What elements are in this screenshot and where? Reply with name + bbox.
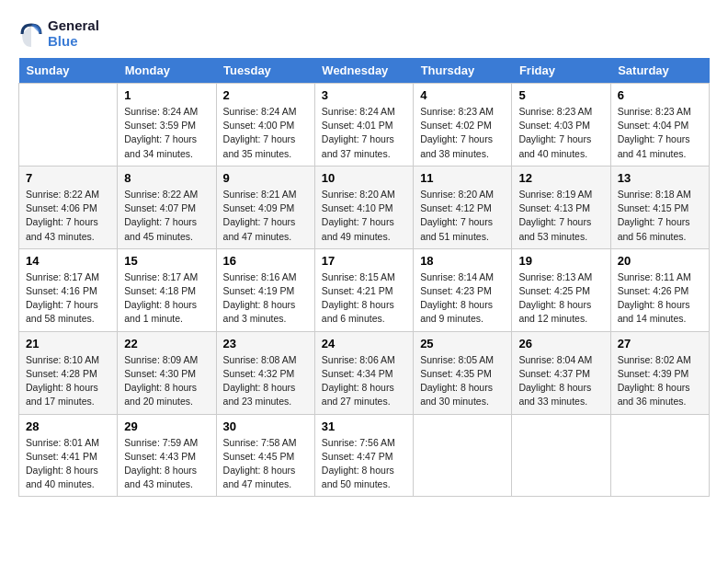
day-info: Sunrise: 8:24 AMSunset: 4:01 PMDaylight:… bbox=[322, 105, 406, 161]
calendar-cell: 19Sunrise: 8:13 AMSunset: 4:25 PMDayligh… bbox=[512, 248, 610, 331]
header-saturday: Saturday bbox=[610, 58, 709, 84]
calendar-cell: 5Sunrise: 8:23 AMSunset: 4:03 PMDaylight… bbox=[512, 84, 610, 167]
day-info: Sunrise: 8:11 AMSunset: 4:26 PMDaylight:… bbox=[618, 270, 702, 327]
day-info: Sunrise: 8:21 AMSunset: 4:09 PMDaylight:… bbox=[223, 188, 308, 244]
day-info: Sunrise: 7:59 AMSunset: 4:43 PMDaylight:… bbox=[124, 436, 209, 492]
calendar-cell: 31Sunrise: 7:56 AMSunset: 4:47 PMDayligh… bbox=[314, 414, 413, 497]
calendar-cell bbox=[19, 84, 118, 167]
day-info: Sunrise: 8:08 AMSunset: 4:32 PMDaylight:… bbox=[223, 353, 308, 409]
calendar-cell: 18Sunrise: 8:14 AMSunset: 4:23 PMDayligh… bbox=[414, 248, 512, 331]
calendar-cell: 25Sunrise: 8:05 AMSunset: 4:35 PMDayligh… bbox=[414, 331, 512, 414]
day-info: Sunrise: 7:56 AMSunset: 4:47 PMDaylight:… bbox=[322, 436, 406, 492]
day-number: 30 bbox=[223, 419, 308, 433]
calendar-cell: 2Sunrise: 8:24 AMSunset: 4:00 PMDaylight… bbox=[216, 84, 314, 167]
day-info: Sunrise: 8:09 AMSunset: 4:30 PMDaylight:… bbox=[124, 353, 209, 409]
day-number: 3 bbox=[322, 88, 406, 102]
day-number: 2 bbox=[223, 88, 308, 102]
day-info: Sunrise: 8:05 AMSunset: 4:35 PMDaylight:… bbox=[420, 353, 505, 409]
calendar-cell: 7Sunrise: 8:22 AMSunset: 4:06 PMDaylight… bbox=[19, 166, 118, 248]
calendar-cell: 6Sunrise: 8:23 AMSunset: 4:04 PMDaylight… bbox=[610, 84, 709, 167]
calendar-cell: 27Sunrise: 8:02 AMSunset: 4:39 PMDayligh… bbox=[610, 331, 709, 414]
header-tuesday: Tuesday bbox=[216, 58, 314, 84]
week-row-0: 1Sunrise: 8:24 AMSunset: 3:59 PMDaylight… bbox=[19, 84, 710, 167]
calendar-cell: 17Sunrise: 8:15 AMSunset: 4:21 PMDayligh… bbox=[314, 248, 413, 331]
day-info: Sunrise: 8:06 AMSunset: 4:34 PMDaylight:… bbox=[322, 353, 406, 409]
page-header: General Blue bbox=[18, 18, 710, 49]
day-number: 12 bbox=[518, 171, 603, 185]
day-info: Sunrise: 8:13 AMSunset: 4:25 PMDaylight:… bbox=[518, 270, 603, 327]
header-wednesday: Wednesday bbox=[314, 58, 413, 84]
week-row-2: 14Sunrise: 8:17 AMSunset: 4:16 PMDayligh… bbox=[19, 248, 710, 331]
day-number: 27 bbox=[618, 337, 702, 350]
day-info: Sunrise: 8:17 AMSunset: 4:18 PMDaylight:… bbox=[124, 270, 209, 327]
calendar-cell: 28Sunrise: 8:01 AMSunset: 4:41 PMDayligh… bbox=[19, 414, 118, 497]
logo-icon bbox=[18, 21, 44, 47]
day-number: 10 bbox=[322, 171, 406, 185]
day-info: Sunrise: 8:14 AMSunset: 4:23 PMDaylight:… bbox=[420, 270, 505, 327]
calendar-header-row: SundayMondayTuesdayWednesdayThursdayFrid… bbox=[19, 58, 710, 84]
day-number: 29 bbox=[124, 419, 209, 433]
calendar-cell: 16Sunrise: 8:16 AMSunset: 4:19 PMDayligh… bbox=[216, 248, 314, 331]
calendar-cell: 29Sunrise: 7:59 AMSunset: 4:43 PMDayligh… bbox=[118, 414, 216, 497]
day-info: Sunrise: 8:04 AMSunset: 4:37 PMDaylight:… bbox=[518, 353, 603, 409]
day-number: 1 bbox=[124, 88, 209, 102]
calendar-cell: 9Sunrise: 8:21 AMSunset: 4:09 PMDaylight… bbox=[216, 166, 314, 248]
day-number: 7 bbox=[26, 171, 110, 185]
day-info: Sunrise: 8:02 AMSunset: 4:39 PMDaylight:… bbox=[618, 353, 702, 409]
calendar-cell: 26Sunrise: 8:04 AMSunset: 4:37 PMDayligh… bbox=[512, 331, 610, 414]
day-info: Sunrise: 8:20 AMSunset: 4:12 PMDaylight:… bbox=[420, 188, 505, 244]
calendar-cell: 1Sunrise: 8:24 AMSunset: 3:59 PMDaylight… bbox=[118, 84, 216, 167]
day-number: 23 bbox=[223, 337, 308, 350]
day-number: 19 bbox=[518, 254, 603, 268]
calendar-cell bbox=[512, 414, 610, 497]
week-row-1: 7Sunrise: 8:22 AMSunset: 4:06 PMDaylight… bbox=[19, 166, 710, 248]
week-row-3: 21Sunrise: 8:10 AMSunset: 4:28 PMDayligh… bbox=[19, 331, 710, 414]
day-number: 4 bbox=[420, 88, 505, 102]
logo: General Blue bbox=[18, 18, 99, 49]
calendar-body: 1Sunrise: 8:24 AMSunset: 3:59 PMDaylight… bbox=[19, 84, 710, 497]
day-number: 20 bbox=[618, 254, 702, 268]
calendar-cell: 11Sunrise: 8:20 AMSunset: 4:12 PMDayligh… bbox=[414, 166, 512, 248]
day-info: Sunrise: 8:22 AMSunset: 4:07 PMDaylight:… bbox=[124, 188, 209, 244]
calendar-cell: 24Sunrise: 8:06 AMSunset: 4:34 PMDayligh… bbox=[314, 331, 413, 414]
day-number: 14 bbox=[26, 254, 110, 268]
day-info: Sunrise: 8:16 AMSunset: 4:19 PMDaylight:… bbox=[223, 270, 308, 327]
day-number: 5 bbox=[518, 88, 603, 102]
day-info: Sunrise: 8:24 AMSunset: 3:59 PMDaylight:… bbox=[124, 105, 209, 161]
day-info: Sunrise: 8:18 AMSunset: 4:15 PMDaylight:… bbox=[618, 188, 702, 244]
day-info: Sunrise: 8:01 AMSunset: 4:41 PMDaylight:… bbox=[26, 436, 110, 492]
calendar-cell: 10Sunrise: 8:20 AMSunset: 4:10 PMDayligh… bbox=[314, 166, 413, 248]
calendar-cell: 20Sunrise: 8:11 AMSunset: 4:26 PMDayligh… bbox=[610, 248, 709, 331]
calendar-cell: 4Sunrise: 8:23 AMSunset: 4:02 PMDaylight… bbox=[414, 84, 512, 167]
calendar-table: SundayMondayTuesdayWednesdayThursdayFrid… bbox=[18, 58, 710, 497]
calendar-cell: 22Sunrise: 8:09 AMSunset: 4:30 PMDayligh… bbox=[118, 331, 216, 414]
day-number: 17 bbox=[322, 254, 406, 268]
day-number: 9 bbox=[223, 171, 308, 185]
day-info: Sunrise: 8:23 AMSunset: 4:02 PMDaylight:… bbox=[420, 105, 505, 161]
calendar-cell: 30Sunrise: 7:58 AMSunset: 4:45 PMDayligh… bbox=[216, 414, 314, 497]
calendar-cell: 12Sunrise: 8:19 AMSunset: 4:13 PMDayligh… bbox=[512, 166, 610, 248]
day-number: 15 bbox=[124, 254, 209, 268]
day-number: 6 bbox=[618, 88, 702, 102]
day-number: 28 bbox=[26, 419, 110, 433]
calendar-cell bbox=[414, 414, 512, 497]
day-info: Sunrise: 8:10 AMSunset: 4:28 PMDaylight:… bbox=[26, 353, 110, 409]
day-number: 24 bbox=[322, 337, 406, 350]
header-thursday: Thursday bbox=[414, 58, 512, 84]
day-number: 26 bbox=[518, 337, 603, 350]
calendar-cell: 14Sunrise: 8:17 AMSunset: 4:16 PMDayligh… bbox=[19, 248, 118, 331]
day-info: Sunrise: 8:23 AMSunset: 4:04 PMDaylight:… bbox=[618, 105, 702, 161]
day-info: Sunrise: 8:23 AMSunset: 4:03 PMDaylight:… bbox=[518, 105, 603, 161]
day-number: 8 bbox=[124, 171, 209, 185]
day-number: 31 bbox=[322, 419, 406, 433]
day-info: Sunrise: 8:15 AMSunset: 4:21 PMDaylight:… bbox=[322, 270, 406, 327]
calendar-cell: 23Sunrise: 8:08 AMSunset: 4:32 PMDayligh… bbox=[216, 331, 314, 414]
day-info: Sunrise: 8:20 AMSunset: 4:10 PMDaylight:… bbox=[322, 188, 406, 244]
day-number: 21 bbox=[26, 337, 110, 350]
day-number: 22 bbox=[124, 337, 209, 350]
day-number: 16 bbox=[223, 254, 308, 268]
calendar-cell: 3Sunrise: 8:24 AMSunset: 4:01 PMDaylight… bbox=[314, 84, 413, 167]
day-number: 25 bbox=[420, 337, 505, 350]
day-number: 13 bbox=[618, 171, 702, 185]
logo-line2: Blue bbox=[48, 34, 99, 50]
